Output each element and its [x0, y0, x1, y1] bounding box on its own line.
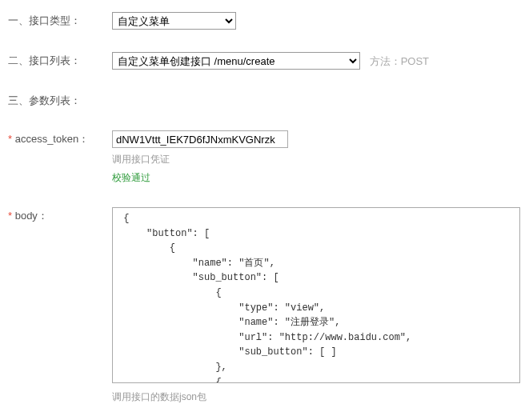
required-marker: *	[8, 133, 15, 145]
validate-ok: 校验通过	[112, 171, 521, 185]
textarea-body[interactable]	[112, 207, 520, 383]
hint-access-token: 调用接口凭证	[112, 153, 521, 166]
input-access-token[interactable]	[112, 130, 288, 148]
row-body: * body： 调用接口的数据json包	[8, 207, 521, 404]
control-interface-type: 自定义菜单	[112, 12, 521, 30]
label-params: 三、参数列表：	[8, 92, 112, 108]
label-access-token: * access_token：	[8, 130, 112, 146]
row-interface-list: 二、接口列表： 自定义菜单创建接口 /menu/create 方法：POST	[8, 52, 521, 70]
hint-body: 调用接口的数据json包	[112, 390, 521, 404]
control-interface-list: 自定义菜单创建接口 /menu/create 方法：POST	[112, 52, 521, 70]
select-interface-list[interactable]: 自定义菜单创建接口 /menu/create	[112, 52, 360, 70]
label-interface-list: 二、接口列表：	[8, 52, 112, 68]
method-text: 方法：POST	[370, 55, 429, 67]
row-interface-type: 一、接口类型： 自定义菜单	[8, 12, 521, 30]
label-body: * body：	[8, 207, 112, 223]
body-label-text: body：	[15, 210, 48, 222]
control-body: 调用接口的数据json包	[112, 207, 521, 404]
control-access-token: 调用接口凭证 校验通过	[112, 130, 521, 185]
required-marker: *	[8, 210, 15, 222]
row-access-token: * access_token： 调用接口凭证 校验通过	[8, 130, 521, 185]
label-interface-type: 一、接口类型：	[8, 12, 112, 28]
row-params: 三、参数列表：	[8, 92, 521, 108]
select-interface-type[interactable]: 自定义菜单	[112, 12, 236, 30]
access-token-label-text: access_token：	[15, 133, 90, 145]
